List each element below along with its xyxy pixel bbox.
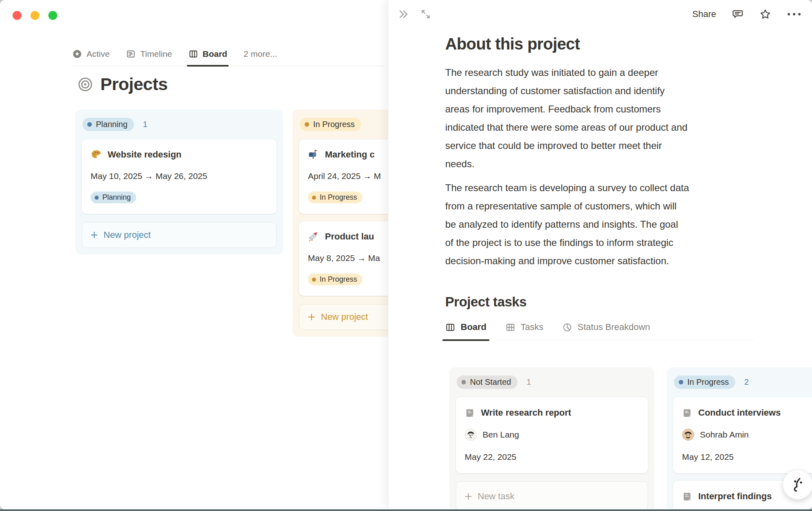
column-count: 1 (526, 377, 531, 387)
card-title: Write research report (481, 408, 571, 418)
tasks-column-not-started: Not Started 1 Write research report (449, 367, 654, 509)
tasks-tab-status-breakdown[interactable]: Status Breakdown (562, 322, 650, 332)
card-title: Product lau (325, 231, 374, 242)
card-date: May 12, 2025 (682, 452, 812, 462)
status-dot (461, 380, 466, 384)
timeline-icon (126, 49, 136, 59)
project-card-website-redesign[interactable]: Website redesign May 10, 2025 → May 26, … (82, 139, 277, 214)
palette-icon (91, 149, 102, 160)
more-options-button[interactable] (787, 12, 801, 16)
card-title: Website redesign (108, 149, 182, 160)
card-date: May 22, 2025 (465, 452, 639, 462)
close-window-button[interactable] (13, 11, 22, 20)
share-button[interactable]: Share (692, 9, 716, 19)
plus-icon (90, 231, 98, 239)
favorite-button[interactable] (759, 8, 771, 20)
status-dot (87, 122, 92, 127)
comment-bubble-icon (732, 8, 744, 20)
page-icon (682, 408, 692, 418)
screen: Active Timeline Board 2 more... (0, 0, 812, 511)
tab-label: Board (203, 49, 227, 59)
status-dot (312, 278, 316, 282)
more-views-button[interactable]: 2 more... (243, 42, 277, 66)
tab-label: Active (87, 49, 110, 59)
new-task-button[interactable]: New task (456, 481, 648, 509)
assignee-name: Sohrab Amin (700, 430, 749, 440)
board-icon (445, 322, 455, 332)
tab-label: Timeline (140, 49, 172, 59)
about-paragraph-1: The research study was initiated to gain… (445, 63, 770, 173)
card-title: Marketing c (325, 149, 375, 160)
table-icon (505, 322, 515, 332)
column-count: 2 (744, 377, 749, 387)
open-full-page-button[interactable] (420, 9, 431, 20)
card-title: Conduct interviews (698, 408, 781, 418)
section-heading-about: About this project (445, 35, 770, 53)
status-dot (312, 196, 316, 200)
status-pill-in-progress: In Progress (674, 375, 735, 389)
card-title: Interpret findings (698, 491, 772, 502)
column-count: 1 (143, 120, 147, 129)
page-title-row: Projects (77, 74, 168, 94)
double-chevron-right-icon (397, 8, 409, 20)
status-pill-not-started: Not Started (457, 375, 518, 389)
comments-button[interactable] (732, 8, 744, 20)
side-peek-panel: Share (388, 0, 812, 509)
task-card-write-research-report[interactable]: Write research report Ben Lang May 22, 2… (456, 397, 648, 473)
column-header: Planning 1 (82, 116, 277, 132)
zoom-window-button[interactable] (48, 11, 57, 20)
ellipsis-icon (787, 12, 801, 16)
page-title: Projects (100, 74, 168, 94)
peek-content: About this project The research study wa… (445, 35, 770, 340)
card-status-pill: Planning (91, 192, 136, 203)
notion-ai-button[interactable] (783, 470, 812, 500)
tab-timeline[interactable]: Timeline (126, 42, 172, 66)
pie-chart-icon (562, 322, 572, 332)
status-pill-planning: Planning (82, 118, 134, 131)
assignee-name: Ben Lang (483, 430, 519, 440)
star-icon (759, 8, 771, 20)
column-header: In Progress 2 (673, 374, 812, 390)
section-heading-project-tasks: Project tasks (445, 294, 770, 310)
close-peek-button[interactable] (397, 8, 409, 20)
card-status-pill: In Progress (308, 192, 362, 203)
view-tabs: Active Timeline Board 2 more... (72, 42, 385, 66)
card-dates: May 10, 2025 → May 26, 2025 (91, 171, 268, 181)
tasks-view-tabs: Board Tasks Status Breakdown (445, 322, 753, 340)
status-dot (679, 380, 683, 384)
peek-toolbar: Share (397, 5, 801, 24)
status-dot (95, 196, 99, 200)
app-window: Active Timeline Board 2 more... (0, 0, 812, 509)
plus-icon (464, 492, 472, 500)
column-header: Not Started 1 (456, 374, 648, 390)
rocket-icon (308, 231, 319, 242)
about-paragraph-2: The research team is developing a survey… (445, 179, 770, 270)
tab-board[interactable]: Board (188, 42, 227, 66)
avatar-ben-lang (465, 429, 477, 441)
expand-diagonal-icon (420, 9, 431, 20)
board-column-planning: Planning 1 Website redesign May 10, 2025… (75, 110, 283, 254)
tasks-tab-board[interactable]: Board (445, 322, 487, 332)
page-icon (465, 408, 475, 418)
tab-active[interactable]: Active (72, 42, 110, 66)
ai-face-icon (789, 476, 806, 493)
tasks-tab-tasks[interactable]: Tasks (505, 322, 543, 332)
status-dot (305, 122, 309, 127)
window-controls (13, 11, 57, 20)
plus-icon (307, 313, 316, 321)
card-status-pill: In Progress (308, 274, 362, 285)
page-icon (682, 492, 692, 502)
assignee-row: Sohrab Amin (682, 429, 812, 441)
minimize-window-button[interactable] (30, 11, 39, 20)
mailbox-icon (308, 149, 319, 160)
task-card-conduct-interviews[interactable]: Conduct interviews Sohrab Amin May 12, 2… (673, 397, 812, 473)
new-project-button-planning[interactable]: New project (82, 222, 277, 248)
star-circle-icon (72, 49, 82, 59)
avatar-sohrab-amin (682, 429, 694, 441)
window-bottom-edge (0, 509, 812, 511)
more-views-label: 2 more... (243, 49, 277, 59)
target-icon (77, 76, 93, 93)
status-pill-in-progress: In Progress (300, 118, 361, 131)
board-icon (188, 49, 198, 59)
assignee-row: Ben Lang (465, 429, 639, 441)
